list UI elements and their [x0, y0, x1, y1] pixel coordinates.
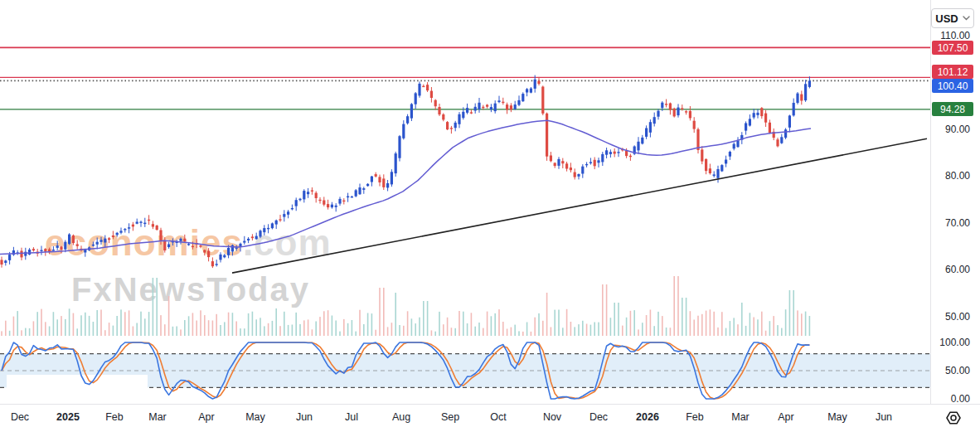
- volume-bar: [96, 310, 98, 336]
- volume-bar: [454, 328, 456, 336]
- candle-body: [736, 141, 739, 148]
- volume-bar: [415, 323, 416, 336]
- oscillator-tick-label: 0.00: [924, 393, 980, 405]
- volume-bar: [120, 309, 122, 336]
- candle-body: [804, 84, 807, 100]
- candle-body: [263, 228, 265, 232]
- volume-bar: [566, 309, 568, 336]
- volume-bar: [773, 316, 774, 336]
- candle-body: [28, 250, 31, 255]
- candle-body: [386, 183, 389, 187]
- volume-bar: [208, 320, 210, 336]
- volume-bar: [375, 330, 376, 336]
- candle-body: [128, 227, 130, 229]
- candle-body: [143, 223, 146, 225]
- volume-bar: [594, 323, 595, 337]
- candle-body: [8, 255, 11, 260]
- volume-bar: [682, 298, 683, 336]
- volume-bar: [781, 328, 783, 336]
- volume-bar: [235, 322, 237, 337]
- volume-bar: [1, 331, 2, 336]
- candle-body: [108, 238, 110, 240]
- volume-bar: [327, 310, 329, 336]
- time-axis-label-Jun: Jun: [876, 411, 892, 423]
- currency-selector-label: USD: [935, 12, 958, 25]
- volume-bar: [514, 325, 516, 336]
- currency-selector[interactable]: USD: [931, 8, 974, 28]
- candle-body: [601, 154, 604, 163]
- candle-body: [132, 225, 134, 227]
- volume-bar: [574, 327, 575, 336]
- volume-bar: [25, 328, 27, 336]
- time-axis[interactable]: Dec2025FebMarAprMayJunJulAugSepOctNovDec…: [0, 404, 980, 432]
- candle-body: [784, 129, 787, 138]
- volume-bar: [451, 328, 453, 336]
- volume-bar: [168, 296, 170, 336]
- candle-body: [247, 239, 250, 240]
- candle-body: [315, 193, 318, 198]
- volume-bar: [670, 328, 672, 336]
- volume-bar: [725, 328, 727, 336]
- candle-body: [124, 229, 126, 230]
- candle-body: [554, 163, 556, 167]
- volume-bar: [49, 327, 51, 337]
- candle-body: [307, 192, 309, 194]
- volume-bar: [546, 293, 548, 336]
- price-axis[interactable]: 110.0090.0080.0070.0060.0050.00100.0050.…: [930, 0, 980, 404]
- volume-bar: [653, 326, 655, 336]
- volume-bar: [690, 311, 691, 336]
- candle-body: [701, 149, 703, 161]
- time-axis-label-Jul: Jul: [345, 411, 358, 423]
- volume-bar: [730, 321, 731, 336]
- volume-bar: [491, 316, 492, 336]
- candle-body: [534, 80, 536, 89]
- volume-bar: [343, 319, 345, 336]
- candle-body: [362, 188, 365, 190]
- candle-body: [446, 122, 449, 129]
- volume-bar: [264, 326, 265, 336]
- candle-body: [725, 160, 727, 164]
- volume-bar: [93, 322, 95, 336]
- candle-body: [283, 214, 285, 217]
- volume-bar: [411, 318, 413, 336]
- volume-bar: [109, 323, 110, 336]
- volume-bar: [741, 303, 743, 336]
- price-badge-94.28: 94.28: [932, 102, 973, 116]
- price-chart-canvas[interactable]: [0, 0, 930, 404]
- volume-bar: [570, 322, 572, 336]
- candle-body: [653, 117, 656, 124]
- candle-body: [689, 111, 691, 119]
- time-axis-label-Dec: Dec: [11, 411, 29, 423]
- candle-body: [148, 220, 150, 221]
- candle-body: [72, 235, 75, 243]
- volume-bar: [737, 324, 739, 336]
- volume-bar: [395, 293, 396, 336]
- candle-body: [219, 255, 221, 260]
- volume-bar: [793, 290, 794, 336]
- candle-body: [327, 204, 329, 207]
- volume-bar: [188, 316, 190, 336]
- volume-bar: [753, 318, 754, 337]
- candle-body: [179, 239, 182, 241]
- candle-body: [20, 251, 22, 258]
- candle-body: [665, 104, 667, 104]
- volume-bar: [602, 284, 604, 336]
- candle-body: [685, 111, 687, 112]
- volume-bar: [148, 312, 150, 336]
- candle-body: [371, 177, 373, 182]
- candle-body: [287, 211, 289, 214]
- volume-bar: [248, 313, 250, 336]
- price-tick-label: 80.00: [924, 170, 980, 182]
- candle-body: [474, 107, 477, 111]
- volume-bar: [463, 312, 464, 336]
- candle-body: [517, 100, 520, 105]
- candle-body: [594, 160, 596, 167]
- time-axis-label-May: May: [245, 411, 265, 423]
- candle-body: [159, 231, 162, 241]
- volume-bar: [431, 330, 433, 336]
- candle-body: [793, 103, 795, 115]
- candle-body: [426, 85, 429, 90]
- candle-body: [227, 248, 230, 255]
- candle-body: [760, 108, 763, 116]
- chart-options-icon[interactable]: [944, 409, 963, 427]
